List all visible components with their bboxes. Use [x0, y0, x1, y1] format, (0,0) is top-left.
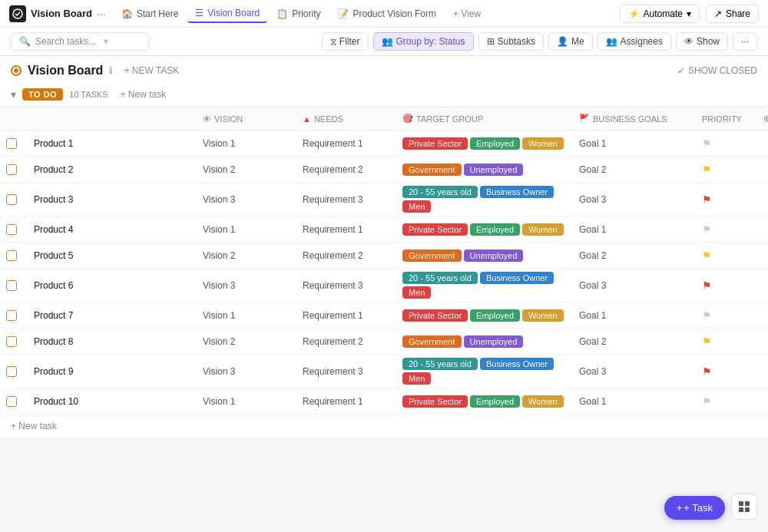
task-checkbox-cell: [0, 135, 28, 152]
priority-flag-yellow[interactable]: ⚑: [702, 335, 712, 348]
new-task-button[interactable]: + NEW TASK: [119, 64, 184, 78]
task-options-cell: [757, 398, 768, 405]
task-name-cell: Product 10: [28, 393, 197, 410]
toolbar: 🔍 Search tasks... ▾ ⧖ Filter 👥 Group by:…: [0, 28, 768, 56]
task-checkbox-cell: [0, 277, 28, 294]
task-checkbox[interactable]: [6, 138, 17, 149]
table-row[interactable]: Product 4Vision 1Requirement 1Private Se…: [0, 216, 768, 243]
task-checkbox-cell: [0, 393, 28, 410]
priority-flag-none[interactable]: ⚑: [702, 309, 712, 322]
show-button[interactable]: 👁 Show: [676, 32, 728, 51]
task-checkbox[interactable]: [6, 224, 17, 235]
task-needs-cell: Requirement 2: [296, 247, 396, 264]
share-button[interactable]: ↗ Share: [706, 5, 759, 23]
priority-flag-yellow[interactable]: ⚑: [702, 164, 712, 176]
add-task-button[interactable]: + New task: [120, 89, 166, 100]
tag-private: Private Sector: [402, 395, 468, 408]
task-checkbox[interactable]: [6, 396, 17, 407]
tab-product-vision-form[interactable]: 📝 Product Vision Form: [329, 5, 444, 22]
filter-button[interactable]: ⧖ Filter: [322, 32, 369, 51]
group-by-button[interactable]: 👥 Group by: Status: [373, 32, 474, 51]
task-checkbox[interactable]: [6, 194, 17, 205]
tab-vision-board[interactable]: ☰ Vision Board: [187, 5, 267, 23]
task-tags-cell: GovernmentUnemployed: [396, 332, 573, 351]
more-button[interactable]: ···: [733, 32, 757, 51]
add-col-icon[interactable]: ⊕: [763, 114, 768, 124]
task-needs: Requirement 3: [303, 194, 363, 205]
group-label: TO DO: [22, 88, 63, 101]
assignees-button[interactable]: 👥 Assignees: [598, 32, 671, 51]
task-vision-cell: Vision 2: [197, 333, 296, 350]
grid-view-button[interactable]: [731, 494, 757, 520]
table-row[interactable]: Product 10Vision 1Requirement 1Private S…: [0, 388, 768, 415]
th-needs[interactable]: ▲ NEEDS: [296, 111, 396, 127]
priority-flag-none[interactable]: ⚑: [702, 137, 712, 150]
task-name-cell: Product 4: [28, 221, 197, 238]
priority-flag-red[interactable]: ⚑: [702, 365, 712, 378]
subtasks-button[interactable]: ⊞ Subtasks: [478, 32, 544, 51]
search-box[interactable]: 🔍 Search tasks... ▾: [11, 32, 149, 51]
app-menu-dots[interactable]: ···: [97, 8, 106, 20]
task-options-cell: [757, 167, 768, 173]
task-priority-cell: ⚑: [696, 246, 757, 265]
task-tags-cell: Private SectorEmployedWomen: [396, 220, 573, 239]
task-options-cell: [757, 226, 768, 233]
th-business-goals[interactable]: 🚩 BUSINESS GOALS: [573, 111, 696, 127]
table-row[interactable]: Product 5Vision 2Requirement 2Government…: [0, 243, 768, 269]
tab-add-view[interactable]: + View: [445, 5, 488, 22]
task-priority-cell: ⚑: [696, 276, 757, 295]
search-placeholder: Search tasks...: [35, 36, 96, 47]
tag-business: Business Owner: [480, 358, 554, 370]
priority-flag-red[interactable]: ⚑: [702, 193, 712, 206]
task-goal: Goal 3: [579, 280, 606, 291]
task-vision: Vision 1: [203, 224, 235, 235]
th-options[interactable]: ⊕: [757, 111, 768, 127]
tag-unemployed: Unemployed: [464, 164, 524, 176]
task-needs: Requirement 1: [303, 224, 363, 235]
task-checkbox[interactable]: [6, 366, 17, 377]
tag-men: Men: [402, 372, 431, 385]
task-checkbox[interactable]: [6, 280, 17, 291]
task-checkbox-cell: [0, 307, 28, 324]
priority-flag-none[interactable]: ⚑: [702, 395, 712, 408]
me-button[interactable]: 👤 Me: [548, 32, 593, 51]
table-row[interactable]: Product 7Vision 1Requirement 1Private Se…: [0, 302, 768, 329]
tab-priority[interactable]: 📋 Priority: [269, 5, 328, 22]
task-checkbox[interactable]: [6, 250, 17, 261]
info-icon[interactable]: ℹ: [109, 65, 113, 76]
priority-flag-none[interactable]: ⚑: [702, 223, 712, 236]
group-toggle[interactable]: ▾: [11, 88, 16, 101]
th-vision[interactable]: 👁 VISION: [197, 111, 296, 127]
task-checkbox[interactable]: [6, 336, 17, 347]
show-closed-button[interactable]: ✓ SHOW CLOSED: [677, 65, 757, 76]
task-needs: Requirement 3: [303, 280, 363, 291]
table-row[interactable]: Product 9Vision 3Requirement 320 - 55 ye…: [0, 355, 768, 388]
new-task-row[interactable]: + New task: [0, 415, 768, 438]
task-goal: Goal 2: [579, 336, 606, 347]
tag-government: Government: [402, 164, 462, 176]
th-target-group[interactable]: 🎯 TARGET GROUP: [396, 111, 573, 127]
page-header: Vision Board ℹ + NEW TASK ✓ SHOW CLOSED: [0, 56, 768, 82]
task-needs: Requirement 1: [303, 138, 363, 149]
priority-flag-red[interactable]: ⚑: [702, 279, 712, 292]
tag-business: Business Owner: [480, 186, 554, 198]
task-name: Product 4: [34, 224, 73, 235]
task-goal: Goal 2: [579, 164, 606, 175]
task-needs-cell: Requirement 1: [296, 221, 396, 238]
tab-start-here[interactable]: 🏠 Start Here: [114, 5, 187, 22]
table-row[interactable]: Product 2Vision 2Requirement 2Government…: [0, 157, 768, 183]
table-row[interactable]: Product 8Vision 2Requirement 2Government…: [0, 329, 768, 355]
table-row[interactable]: Product 3Vision 3Requirement 320 - 55 ye…: [0, 183, 768, 216]
table-row[interactable]: Product 6Vision 3Requirement 320 - 55 ye…: [0, 269, 768, 302]
tag-business: Business Owner: [480, 272, 554, 284]
add-task-fab[interactable]: + + Task: [664, 496, 725, 520]
table-row[interactable]: Product 1Vision 1Requirement 1Private Se…: [0, 131, 768, 157]
automate-button[interactable]: ⚡ Automate ▾: [620, 5, 700, 23]
task-checkbox[interactable]: [6, 310, 17, 321]
task-checkbox[interactable]: [6, 164, 17, 175]
task-tags-cell: GovernmentUnemployed: [396, 246, 573, 265]
th-priority[interactable]: PRIORITY: [696, 111, 757, 127]
priority-icon: 📋: [276, 8, 288, 19]
column-headers: 👁 VISION ▲ NEEDS 🎯 TARGET GROUP 🚩 BUSINE…: [0, 107, 768, 131]
priority-flag-yellow[interactable]: ⚑: [702, 249, 712, 262]
